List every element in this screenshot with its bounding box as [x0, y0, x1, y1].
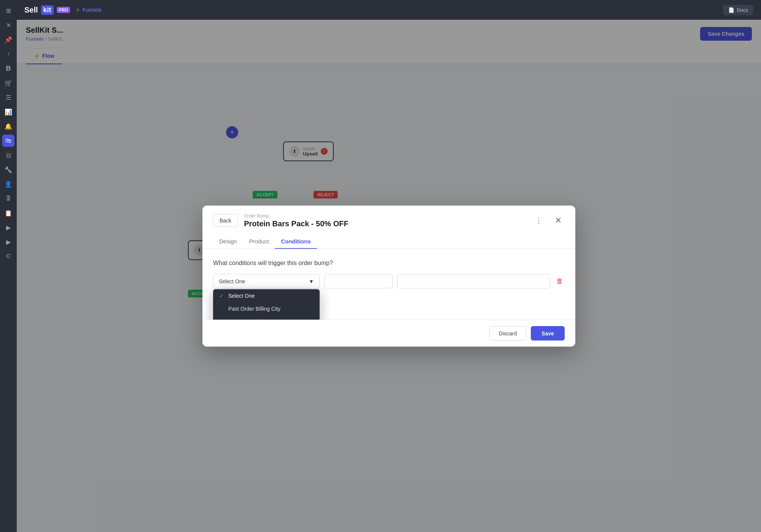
dropdown-item-label-0: Select One: [228, 292, 255, 299]
condition-dropdown-container: Select One ▼ ✓ Select One Past Order Bil…: [213, 274, 320, 288]
dropdown-selected-label: Select One: [219, 278, 245, 284]
modal-header: Back Order Bump Protein Bars Pack - 50% …: [202, 205, 575, 228]
tab-conditions[interactable]: Conditions: [275, 234, 317, 249]
modal-title: Protein Bars Pack - 50% OFF: [244, 219, 526, 228]
breadcrumb-funnels-link[interactable]: Funnels: [83, 7, 102, 13]
page-area: SellKit S... Funnels / SellKit... Save C…: [17, 20, 761, 532]
logo-sell: Sell: [24, 6, 38, 14]
logo-kit: kit: [41, 5, 54, 15]
delete-condition-button[interactable]: 🗑: [555, 276, 565, 287]
dropdown-item-label-2: Past Order Billing Country: [228, 318, 290, 319]
sidebar-icon-user[interactable]: 👤: [2, 178, 14, 190]
sidebar: ⊞ ✕ 📌 ↑ B 🛒 ☰ 📊 🔔 🛍 ⊟ 🔧 👤 🎛 📋 ▶ ▶ ©: [0, 0, 17, 532]
condition-row: Select One ▼ ✓ Select One Past Order Bil…: [213, 274, 565, 288]
sidebar-icon-grid[interactable]: ⊞: [2, 5, 14, 17]
trash-icon: 🗑: [556, 277, 563, 285]
sidebar-icon-list[interactable]: 📋: [2, 207, 14, 219]
sidebar-icon-play1[interactable]: ▶: [2, 221, 14, 233]
condition-operator-select[interactable]: [324, 274, 393, 288]
sidebar-icon-bell[interactable]: 🔔: [2, 120, 14, 132]
docs-button[interactable]: 📄 Docs: [723, 5, 753, 15]
sidebar-icon-cart[interactable]: 🛒: [2, 77, 14, 89]
modal-body: What conditions will trigger this order …: [202, 249, 575, 319]
app-logo: Sellkit PRO: [24, 5, 70, 15]
modal-close-button[interactable]: ✕: [552, 214, 565, 227]
topbar-breadcrumb: > Funnels: [76, 7, 101, 13]
sidebar-icon-pin[interactable]: 📌: [2, 33, 14, 46]
back-button[interactable]: Back: [213, 214, 238, 227]
sidebar-icon-menu[interactable]: ☰: [2, 91, 14, 103]
modal-menu-button[interactable]: ⋮: [532, 214, 546, 227]
sidebar-icon-play2[interactable]: ▶: [2, 236, 14, 248]
dropdown-item-label-1: Past Order Billing City: [228, 305, 280, 311]
pro-badge: PRO: [57, 7, 70, 13]
sidebar-icon-chart[interactable]: 📊: [2, 106, 14, 118]
topbar: Sellkit PRO > Funnels 📄 Docs: [17, 0, 761, 20]
sidebar-icon-b[interactable]: B: [2, 62, 14, 75]
dropdown-item-1[interactable]: Past Order Billing City: [213, 302, 320, 315]
dropdown-menu: ✓ Select One Past Order Billing City Pas…: [213, 289, 320, 319]
dropdown-item-select-one[interactable]: ✓ Select One: [213, 289, 320, 302]
docs-icon: 📄: [728, 7, 734, 13]
modal-footer: Discard Save: [202, 319, 575, 346]
sidebar-icon-up[interactable]: ↑: [2, 48, 14, 60]
sidebar-icon-x[interactable]: ✕: [2, 19, 14, 31]
condition-value-input[interactable]: [397, 274, 550, 288]
sidebar-icon-controls[interactable]: 🎛: [2, 192, 14, 205]
docs-label: Docs: [737, 7, 748, 13]
discard-button[interactable]: Discard: [489, 326, 526, 340]
topbar-right: 📄 Docs: [723, 5, 753, 15]
tab-product[interactable]: Product: [243, 234, 275, 249]
sidebar-icon-c[interactable]: ©: [2, 250, 14, 262]
modal-tabs: Design Product Conditions: [202, 234, 575, 249]
breadcrumb-sep: >: [76, 7, 79, 13]
modal-subtitle: Order Bump: [244, 213, 526, 218]
condition-dropdown-trigger[interactable]: Select One ▼: [213, 274, 320, 288]
sidebar-icon-bag[interactable]: 🛍: [2, 135, 14, 147]
save-button[interactable]: Save: [531, 326, 565, 340]
check-icon: ✓: [219, 292, 225, 299]
sidebar-icon-circle[interactable]: ⊟: [2, 149, 14, 161]
dropdown-chevron-icon: ▼: [309, 278, 314, 284]
modal-title-area: Order Bump Protein Bars Pack - 50% OFF: [244, 213, 526, 228]
tab-design[interactable]: Design: [213, 234, 243, 249]
conditions-question: What conditions will trigger this order …: [213, 259, 565, 266]
modal: Back Order Bump Protein Bars Pack - 50% …: [202, 205, 575, 346]
sidebar-icon-wrench[interactable]: 🔧: [2, 164, 14, 176]
dropdown-item-2[interactable]: Past Order Billing Country: [213, 315, 320, 319]
